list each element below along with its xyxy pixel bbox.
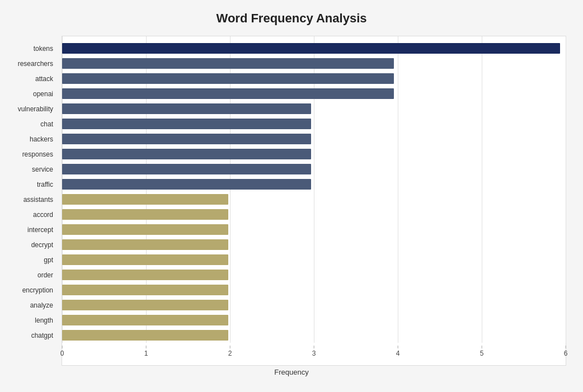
x-tick-label: 1 [144,350,148,357]
bar-row: hackers [62,131,560,147]
bar-label: gpt [2,256,58,264]
bar-label: attack [2,75,58,83]
bar [62,254,228,265]
x-tick-label: 3 [312,350,316,357]
bar-label: chatgpt [2,332,58,339]
bar-label: intercept [2,226,58,234]
bar [62,103,311,114]
x-axis: 0123456 [62,343,566,365]
x-tick-label: 4 [396,350,400,357]
bar-label: encryption [2,286,58,294]
chart-title: Word Frequency Analysis [0,11,583,26]
bar [62,315,228,325]
bar-row: encryption [62,282,560,297]
bar [62,330,228,341]
bar [62,43,560,54]
bar-label: service [2,166,58,173]
bar [62,88,394,99]
bar [62,300,228,310]
bar-label: hackers [2,135,58,143]
bar-label: openai [2,90,58,98]
bars-wrapper: tokensresearchersattackopenaivulnerabili… [62,36,566,343]
bar [62,164,311,174]
bar-label: assistants [2,196,58,204]
chart-area: tokensresearchersattackopenaivulnerabili… [62,36,566,366]
x-tick-line [314,346,314,348]
x-axis-label: Frequency [0,368,583,376]
bar-row: openai [62,86,560,101]
x-tick: 1 [144,346,148,357]
bar [62,58,394,69]
bar-label: order [2,271,58,279]
bar [62,179,311,190]
bar-row: assistants [62,192,560,207]
bar-row: length [62,313,560,328]
bar-label: length [2,317,58,324]
grid-line-6 [566,36,566,343]
bar-row: attack [62,71,560,86]
x-tick-label: 6 [564,350,568,357]
x-tick-line [229,346,230,348]
x-tick-line [145,346,146,348]
bar [62,239,228,250]
chart-container: Word Frequency Analysis tokensresearcher… [0,0,583,392]
x-tick-label: 2 [228,350,232,357]
bar-label: accord [2,211,58,219]
bar-row: accord [62,207,560,222]
bar-label: researchers [2,60,58,68]
x-tick-label: 0 [60,350,64,357]
bar [62,73,394,84]
bar [62,285,228,295]
x-tick: 2 [228,346,232,357]
bar-row: vulnerability [62,101,560,116]
x-tick-line [482,346,482,348]
bar [62,149,311,159]
x-tick: 6 [564,346,568,357]
x-tick: 4 [396,346,400,357]
x-tick-line [62,346,63,348]
bar-label: vulnerability [2,105,58,113]
bar [62,119,311,129]
bar-row: researchers [62,56,560,71]
x-tick: 3 [312,346,316,357]
bar-label: decrypt [2,241,58,249]
bar-label: analyze [2,301,58,309]
bar-row: chatgpt [62,328,560,343]
bar-label: chat [2,120,58,128]
bar-row: responses [62,147,560,162]
bar [62,224,228,235]
x-tick-label: 5 [480,350,484,357]
bar-row: decrypt [62,237,560,252]
bar [62,194,228,205]
bar-label: traffic [2,181,58,188]
bar-label: tokens [2,45,58,53]
bar-label: responses [2,150,58,158]
bar-row: order [62,267,560,282]
bar [62,134,311,144]
x-tick-line [397,346,398,348]
bar-row: traffic [62,177,560,192]
bar-row: gpt [62,252,560,267]
bar [62,209,228,220]
bar-row: tokens [62,41,560,56]
bar [62,270,228,280]
x-tick-line [566,346,566,348]
x-tick: 0 [60,346,64,357]
bar-row: chat [62,116,560,131]
bar-row: intercept [62,222,560,237]
x-tick: 5 [480,346,484,357]
bar-row: analyze [62,297,560,313]
bar-row: service [62,162,560,177]
